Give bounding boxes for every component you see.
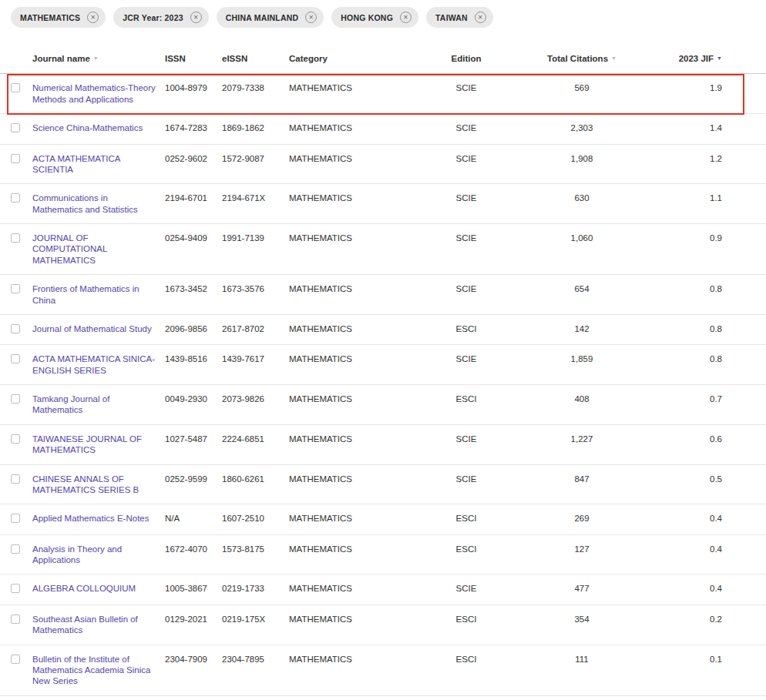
row-checkbox[interactable]	[11, 324, 20, 333]
journal-name-cell: TAIWANESE JOURNAL OF MATHEMATICS	[32, 434, 165, 456]
category-value: MATHEMATICS	[289, 544, 412, 554]
journal-link[interactable]: Numerical Mathematics-Theory Methods and…	[32, 83, 156, 103]
table-row: Tamkang Journal of Mathematics0049-29302…	[0, 385, 766, 425]
journal-link[interactable]: ALGEBRA COLLOQUIUM	[32, 584, 136, 593]
journal-name-cell: ACTA MATHEMATICA SCIENTIA	[32, 153, 165, 176]
category-value: MATHEMATICS	[289, 394, 412, 404]
issn-value: 1672-4070	[165, 544, 222, 554]
journal-link[interactable]: JOURNAL OF COMPUTATIONAL MATHEMATICS	[32, 233, 107, 265]
journal-link[interactable]: Journal of Mathematical Study	[32, 324, 152, 333]
edition-value: SCIE	[412, 474, 528, 484]
row-checkbox[interactable]	[11, 154, 20, 163]
journal-link[interactable]: Tamkang Journal of Mathematics	[32, 394, 109, 414]
row-checkbox[interactable]	[11, 584, 20, 593]
issn-value: 2194-6701	[165, 193, 222, 203]
issn-value: 0254-9409	[165, 233, 222, 243]
journal-link[interactable]: Science China-Mathematics	[32, 123, 143, 132]
sort-icon-citations[interactable]: ▼	[611, 55, 616, 62]
row-checkbox[interactable]	[11, 123, 20, 132]
eissn-value: 1572-9087	[222, 153, 289, 164]
column-header-label: 2023 JIF	[679, 54, 714, 63]
edition-value: ESCI	[412, 654, 528, 665]
jif-value: 1.4	[643, 122, 766, 133]
journal-link[interactable]: ACTA MATHEMATICA SCIENTIA	[32, 154, 120, 174]
row-checkbox[interactable]	[11, 193, 20, 203]
journal-link[interactable]: TAIWANESE JOURNAL OF MATHEMATICS	[32, 434, 142, 454]
edition-value: SCIE	[412, 233, 528, 243]
journal-link[interactable]: Southeast Asian Bulletin of Mathematics	[32, 615, 138, 635]
table-row: Southeast Asian Bulletin of Mathematics0…	[0, 605, 766, 645]
journal-link[interactable]: Bulletin of the Institute of Mathematics…	[32, 655, 150, 686]
row-select-cell	[11, 474, 32, 486]
row-select-cell	[11, 583, 32, 595]
row-checkbox[interactable]	[11, 544, 20, 554]
column-header-jif[interactable]: 2023 JIF▼	[643, 53, 766, 64]
eissn-value: 1607-2510	[222, 513, 289, 524]
journal-name-cell: JOURNAL OF COMPUTATIONAL MATHEMATICS	[32, 233, 165, 266]
row-select-cell	[11, 544, 32, 556]
row-checkbox[interactable]	[11, 83, 20, 92]
eissn-value: 1573-8175	[222, 544, 289, 554]
journal-link[interactable]: Communications in Mathematics and Statis…	[32, 193, 138, 213]
sort-icon-name[interactable]: ▼	[93, 55, 99, 62]
filter-chip: TAIWAN×	[426, 7, 493, 28]
remove-filter-icon[interactable]: ×	[475, 12, 486, 23]
edition-value: SCIE	[412, 353, 528, 364]
filter-chip-label: CHINA MAINLAND	[226, 13, 299, 22]
table-row: Communications in Mathematics and Statis…	[0, 184, 766, 224]
filter-chip: HONG KONG×	[331, 7, 418, 28]
row-checkbox[interactable]	[11, 615, 20, 624]
table-row: Applied Mathematics E-NotesN/A1607-2510M…	[0, 504, 766, 534]
jif-value: 0.9	[643, 233, 766, 243]
eissn-value: 0219-1733	[222, 583, 289, 594]
journal-name-cell: CHINESE ANNALS OF MATHEMATICS SERIES B	[32, 474, 165, 496]
journal-link[interactable]: Applied Mathematics E-Notes	[32, 514, 149, 523]
remove-filter-icon[interactable]: ×	[400, 12, 412, 23]
citations-value: 569	[528, 82, 643, 93]
citations-value: 127	[528, 544, 643, 554]
row-select-cell	[11, 233, 32, 245]
jif-value: 0.6	[643, 434, 766, 444]
citations-value: 1,859	[528, 353, 643, 364]
row-checkbox[interactable]	[11, 514, 20, 523]
table-row: CHINESE ANNALS OF MATHEMATICS SERIES B02…	[0, 465, 766, 505]
row-checkbox[interactable]	[11, 233, 20, 243]
issn-value: 1673-3452	[165, 283, 222, 294]
row-checkbox[interactable]	[11, 434, 20, 444]
issn-value: 0252-9599	[165, 474, 222, 484]
row-checkbox[interactable]	[11, 474, 20, 484]
journal-link[interactable]: CHINESE ANNALS OF MATHEMATICS SERIES B	[32, 474, 139, 494]
column-header-label: Journal name	[32, 54, 90, 63]
jif-value: 0.5	[643, 474, 766, 484]
row-checkbox[interactable]	[11, 655, 20, 664]
citations-value: 1,060	[528, 233, 643, 243]
citations-value: 1,908	[528, 153, 643, 164]
jif-value: 1.1	[643, 193, 766, 203]
remove-filter-icon[interactable]: ×	[87, 12, 99, 23]
column-header-citations[interactable]: Total Citations▼	[528, 53, 643, 64]
journal-link[interactable]: ACTA MATHEMATICA SINICA-ENGLISH SERIES	[32, 354, 155, 374]
journal-link[interactable]: Frontiers of Mathematics in China	[32, 284, 139, 304]
remove-filter-icon[interactable]: ×	[190, 12, 202, 23]
journal-name-cell: ALGEBRA COLLOQUIUM	[32, 583, 165, 594]
row-select-cell	[11, 654, 32, 666]
issn-value: 0049-2930	[165, 394, 222, 404]
citations-value: 630	[528, 193, 643, 203]
column-header-name[interactable]: Journal name▼	[32, 53, 165, 64]
jif-value: 0.8	[643, 353, 766, 364]
sort-icon-jif[interactable]: ▼	[717, 55, 722, 62]
remove-filter-icon[interactable]: ×	[305, 12, 317, 23]
edition-value: SCIE	[412, 434, 528, 444]
journal-name-cell: Analysis in Theory and Applications	[32, 544, 165, 566]
eissn-value: 2194-671X	[222, 193, 289, 203]
row-checkbox[interactable]	[11, 354, 20, 363]
column-header-label: Category	[289, 54, 328, 63]
category-value: MATHEMATICS	[289, 323, 412, 334]
journal-link[interactable]: Analysis in Theory and Applications	[32, 544, 122, 564]
filter-chip-label: HONG KONG	[341, 13, 393, 22]
row-select-cell	[11, 394, 32, 406]
category-value: MATHEMATICS	[289, 654, 412, 665]
row-checkbox[interactable]	[11, 284, 20, 293]
row-checkbox[interactable]	[11, 394, 20, 404]
journal-name-cell: ACTA MATHEMATICA SINICA-ENGLISH SERIES	[32, 353, 165, 376]
